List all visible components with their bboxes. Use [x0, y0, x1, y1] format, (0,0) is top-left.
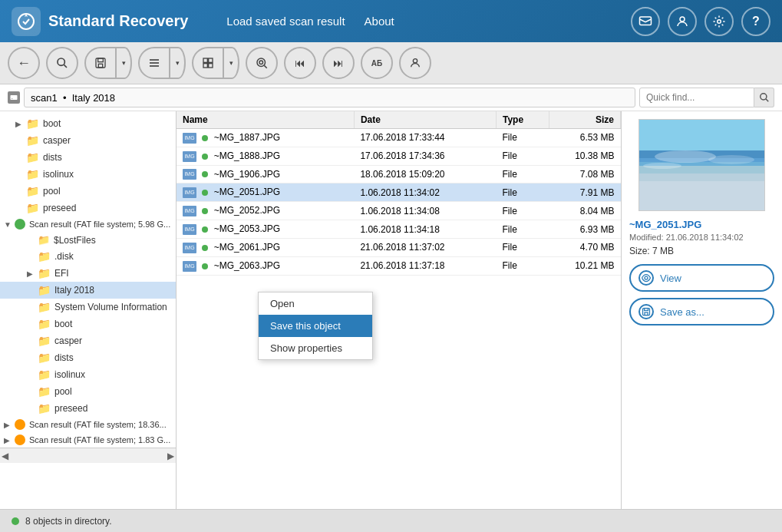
file-type-icon: IMG [183, 206, 196, 216]
tree-label: EFI [54, 268, 69, 279]
context-menu: Open Save this object Show properties [258, 292, 373, 360]
tree-label: isolinux [43, 169, 74, 180]
table-row[interactable]: IMG ~MG_2061.JPG 21.06.2018 11:37:02 Fil… [177, 238, 621, 256]
svg-point-21 [12, 98, 13, 100]
tree-item-isolinux-2[interactable]: 📁 isolinux [0, 366, 176, 383]
search-container [639, 88, 774, 107]
tree-item-pool-1[interactable]: 📁 pool [0, 183, 176, 200]
tree-item-pool-2[interactable]: 📁 pool [0, 383, 176, 400]
tree-item-boot-1[interactable]: ▶ 📁 boot [0, 115, 176, 132]
file-name-cell: IMG ~MG_1906.JPG [177, 165, 354, 183]
file-name: ~MG_2063.JPG [214, 260, 280, 271]
file-type-icon: IMG [183, 261, 196, 272]
tree-item-preseed-2[interactable]: 📁 preseed [0, 400, 176, 417]
search-submit-button[interactable] [754, 88, 774, 107]
menu-button[interactable] [138, 47, 170, 79]
tree-item-systemvol[interactable]: 📁 System Volume Information [0, 299, 176, 316]
status-indicator [12, 517, 19, 525]
file-name: ~MG_2061.JPG [214, 242, 280, 253]
view-button[interactable]: View [629, 264, 774, 292]
back-button[interactable]: ← [8, 47, 40, 79]
scan-result-1[interactable]: ▼ Scan result (FAT file system; 5.98 G..… [0, 216, 176, 232]
profile-button[interactable] [399, 47, 431, 79]
table-row[interactable]: IMG ~MG_2052.JPG 1.06.2018 11:34:08 File… [177, 202, 621, 220]
tree-label: preseed [43, 203, 76, 213]
expand-icon: ▶ [27, 269, 38, 278]
svg-rect-12 [203, 58, 207, 62]
tree-item-isolinux-1[interactable]: 📁 isolinux [0, 166, 176, 183]
tree-scrollbar[interactable]: ◀ ▶ [0, 448, 176, 463]
tree-item-casper-1[interactable]: 📁 casper [0, 132, 176, 149]
table-row[interactable]: IMG ~MG_1887.JPG 17.06.2018 17:33:44 Fil… [177, 129, 621, 147]
file-type-cell: File [497, 238, 549, 256]
file-list-container[interactable]: Name Date Type Size IMG ~MG_1887.JPG 17.… [177, 111, 621, 509]
scroll-right-button[interactable]: ▶ [167, 451, 174, 461]
svg-rect-36 [645, 309, 648, 311]
app-logo-icon [12, 7, 41, 36]
file-name: ~MG_1887.JPG [214, 132, 280, 143]
menu-dropdown-arrow[interactable]: ▾ [170, 47, 186, 79]
svg-point-22 [760, 94, 766, 100]
tree-item-italy2018[interactable]: 📁 Italy 2018 [0, 282, 176, 299]
tree-item-dists-1[interactable]: 📁 dists [0, 149, 176, 166]
load-scan-link[interactable]: Load saved scan result [226, 15, 345, 28]
search-button[interactable] [46, 47, 78, 79]
folder-icon: 📁 [38, 284, 51, 296]
file-size-cell: 6.53 MB [549, 129, 621, 147]
drive-icon [8, 91, 20, 104]
scan-label-2: Scan result (FAT file system; 18.36... [29, 420, 167, 429]
svg-rect-7 [98, 58, 104, 62]
scan-button[interactable] [246, 47, 278, 79]
encoding-button[interactable]: АБ [361, 47, 393, 79]
table-row[interactable]: IMG ~MG_2063.JPG 21.06.2018 11:37:18 Fil… [177, 256, 621, 275]
folder-icon: 📁 [26, 185, 39, 197]
expand-icon: ▶ [4, 436, 15, 444]
svg-rect-1 [640, 17, 652, 25]
messages-button[interactable] [631, 7, 660, 36]
help-button[interactable]: ? [741, 7, 770, 36]
tree-label: isolinux [54, 369, 85, 380]
next-frame-button[interactable]: ⏭ [322, 47, 355, 79]
breadcrumb-input[interactable] [24, 88, 635, 107]
tree-item-disk[interactable]: 📁 .disk [0, 248, 176, 265]
table-row[interactable]: IMG ~MG_1888.JPG 17.06.2018 17:34:36 Fil… [177, 147, 621, 165]
table-row[interactable]: IMG ~MG_1906.JPG 18.06.2018 15:09:20 Fil… [177, 165, 621, 183]
tree-label: .disk [54, 251, 74, 262]
about-link[interactable]: About [365, 15, 394, 28]
folder-icon: 📁 [26, 202, 39, 214]
account-button[interactable] [668, 7, 697, 36]
scan-result-3[interactable]: ▶ Scan result (FAT file system; 1.83 G..… [0, 432, 176, 448]
context-menu-open[interactable]: Open [259, 292, 372, 315]
table-row[interactable]: IMG ~MG_2051.JPG 1.06.2018 11:34:02 File… [177, 183, 621, 202]
view-group: ▾ [192, 47, 239, 79]
save-as-button[interactable]: Save as... [629, 298, 774, 325]
table-row[interactable]: IMG ~MG_2053.JPG 1.06.2018 11:34:18 File… [177, 220, 621, 239]
tree-item-preseed-1[interactable]: 📁 preseed [0, 200, 176, 216]
scan-result-2[interactable]: ▶ Scan result (FAT file system; 18.36... [0, 417, 176, 432]
scroll-left-button[interactable]: ◀ [2, 451, 8, 461]
view-dropdown-arrow[interactable]: ▾ [224, 47, 239, 79]
view-button[interactable] [192, 47, 224, 79]
save-dropdown-arrow[interactable]: ▾ [117, 47, 132, 79]
tree-item-boot-2[interactable]: 📁 boot [0, 316, 176, 332]
file-tree: ▶ 📁 boot 📁 casper 📁 dists 📁 isolinux 📁 p… [0, 111, 177, 509]
search-input[interactable] [639, 88, 754, 107]
tree-item-dists-2[interactable]: 📁 dists [0, 349, 176, 366]
main-content: ▶ 📁 boot 📁 casper 📁 dists 📁 isolinux 📁 p… [0, 111, 782, 509]
context-menu-save[interactable]: Save this object [259, 315, 372, 337]
save-as-label: Save as... [660, 306, 704, 318]
settings-button[interactable] [704, 7, 734, 36]
save-group: ▾ [84, 47, 132, 79]
svg-point-17 [259, 61, 263, 64]
tree-item-casper-2[interactable]: 📁 casper [0, 332, 176, 349]
context-menu-properties[interactable]: Show properties [259, 337, 372, 359]
folder-icon: 📁 [26, 117, 39, 130]
tree-label: System Volume Information [54, 302, 167, 312]
save-button[interactable] [84, 47, 117, 79]
tree-item-lostfiles[interactable]: 📁 $LostFiles [0, 232, 176, 248]
file-name-cell: IMG ~MG_2063.JPG [177, 256, 354, 275]
file-status-dot [202, 154, 208, 160]
tree-item-efi[interactable]: ▶ 📁 EFI [0, 265, 176, 282]
folder-special-icon: 📁 [38, 234, 50, 246]
prev-frame-button[interactable]: ⏮ [284, 47, 316, 79]
